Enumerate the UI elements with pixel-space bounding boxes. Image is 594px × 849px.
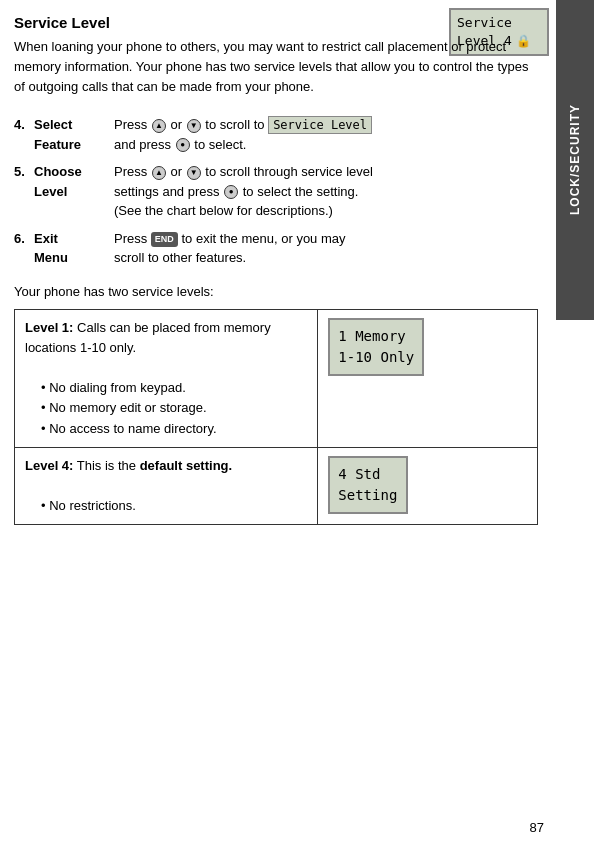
level-1-display-line2: 1-10 Only <box>338 347 414 368</box>
step-6-number: 6. <box>14 225 34 272</box>
step-4-text-or: or <box>170 117 185 132</box>
level-4-row: Level 4: This is the default setting. No… <box>15 447 538 524</box>
level-1-bullet-2: No memory edit or storage. <box>41 398 307 418</box>
up-icon: ▲ <box>152 119 166 133</box>
level-4-bullets: No restrictions. <box>41 496 307 516</box>
intro-text: When loaning your phone to others, you m… <box>14 37 538 97</box>
step-4-text-press2: and press <box>114 137 175 152</box>
step-5: 5. ChooseLevel Press ▲ or ▼ to scroll th… <box>14 158 538 225</box>
step-4-label: SelectFeature <box>34 111 114 158</box>
step-6-desc: Press END to exit the menu, or you maysc… <box>114 225 538 272</box>
levels-intro: Your phone has two service levels: <box>14 284 538 299</box>
level-1-display-cell: 1 Memory 1-10 Only <box>318 309 538 447</box>
up-icon-5: ▲ <box>152 166 166 180</box>
level-1-label: Level 1: <box>25 320 73 335</box>
step-5-label: ChooseLevel <box>34 158 114 225</box>
level-1-bullets: No dialing from keypad. No memory edit o… <box>41 378 307 438</box>
step-4-desc: Press ▲ or ▼ to scroll to Service Level … <box>114 111 538 158</box>
level-1-display-line1: 1 Memory <box>338 326 414 347</box>
page-title: Service Level <box>14 14 538 31</box>
sidebar-tab-label: Lock/Security <box>568 104 582 215</box>
level-1-display-box: 1 Memory 1-10 Only <box>328 318 424 376</box>
step-5-text-press1: Press <box>114 164 151 179</box>
level-4-label: Level 4: <box>25 458 73 473</box>
level-1-bullet-3: No access to name directory. <box>41 419 307 439</box>
level-4-bullet-1: No restrictions. <box>41 496 307 516</box>
step-4-text-press1: Press <box>114 117 151 132</box>
level-4-text: This is the <box>77 458 140 473</box>
step-4: 4. SelectFeature Press ▲ or ▼ to scroll … <box>14 111 538 158</box>
step-6-label: ExitMenu <box>34 225 114 272</box>
service-level-mono: Service Level <box>268 116 372 134</box>
level-4-display-line1: 4 Std <box>338 464 398 485</box>
level-4-default: default setting. <box>140 458 232 473</box>
sidebar-tab: Lock/Security <box>556 0 594 320</box>
level-4-desc: Level 4: This is the default setting. No… <box>15 447 318 524</box>
level-4-display-box: 4 Std Setting <box>328 456 408 514</box>
down-icon: ▼ <box>187 119 201 133</box>
step-4-text-select: to select. <box>194 137 246 152</box>
step-4-text-scroll: to scroll to <box>205 117 268 132</box>
select-icon-5: ● <box>224 185 238 199</box>
steps-table: 4. SelectFeature Press ▲ or ▼ to scroll … <box>14 111 538 272</box>
page-number: 87 <box>530 820 544 835</box>
level-4-display-cell: 4 Std Setting <box>318 447 538 524</box>
level-1-bullet-1: No dialing from keypad. <box>41 378 307 398</box>
step-4-number: 4. <box>14 111 34 158</box>
end-button-icon: END <box>151 232 178 248</box>
step-5-number: 5. <box>14 158 34 225</box>
level-1-row: Level 1: Calls can be placed from memory… <box>15 309 538 447</box>
down-icon-5: ▼ <box>187 166 201 180</box>
level-4-display-line2: Setting <box>338 485 398 506</box>
select-icon-4: ● <box>176 138 190 152</box>
step-6-text-press: Press <box>114 231 151 246</box>
step-5-desc: Press ▲ or ▼ to scroll through service l… <box>114 158 538 225</box>
step-5-text-or: or <box>170 164 185 179</box>
level-1-desc: Level 1: Calls can be placed from memory… <box>15 309 318 447</box>
step-6: 6. ExitMenu Press END to exit the menu, … <box>14 225 538 272</box>
levels-table: Level 1: Calls can be placed from memory… <box>14 309 538 525</box>
main-content: Service Level When loaning your phone to… <box>0 0 556 849</box>
